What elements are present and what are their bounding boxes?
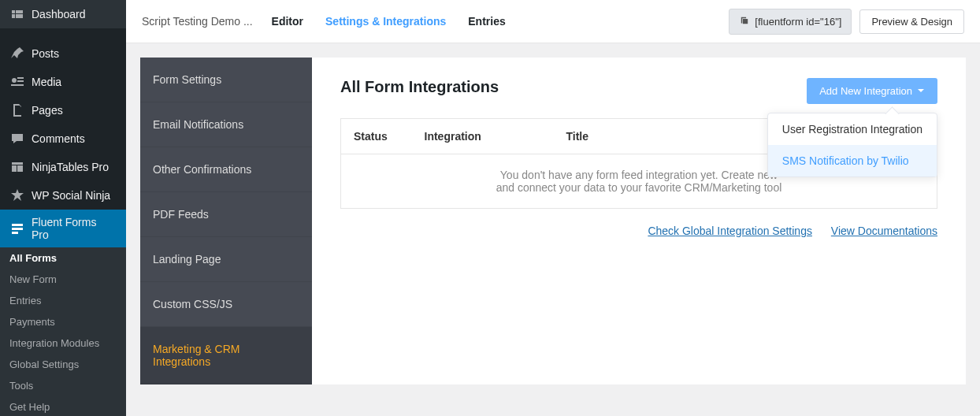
menu-media[interactable]: Media <box>0 68 126 96</box>
form-top-nav: Script Testing Demo ... Editor Settings … <box>126 0 980 43</box>
menu-label: Comments <box>32 132 85 145</box>
submenu-tools[interactable]: Tools <box>0 375 126 396</box>
preview-button[interactable]: Preview & Design <box>859 9 964 34</box>
menu-label: Posts <box>32 47 59 60</box>
menu-dashboard[interactable]: Dashboard <box>0 0 126 28</box>
col-integration: Integration <box>412 119 554 154</box>
menu-pages[interactable]: Pages <box>0 96 126 124</box>
integration-dropdown: User Registration Integration SMS Notifi… <box>767 113 937 177</box>
submenu-all-forms[interactable]: All Forms <box>0 247 126 269</box>
star-icon <box>9 188 25 203</box>
svg-rect-1 <box>12 224 23 226</box>
main-content-area: Script Testing Demo ... Editor Settings … <box>126 0 980 416</box>
settings-other-confirmations[interactable]: Other Confirmations <box>140 147 312 192</box>
link-global-settings[interactable]: Check Global Integration Settings <box>648 225 812 237</box>
shortcode-button[interactable]: [fluentform id="16"] <box>729 9 852 35</box>
submenu-integration-modules[interactable]: Integration Modules <box>0 332 126 354</box>
tab-editor[interactable]: Editor <box>272 15 303 28</box>
tab-settings[interactable]: Settings & Integrations <box>325 15 446 28</box>
menu-comments[interactable]: Comments <box>0 124 126 153</box>
add-integration-button[interactable]: Add New Integration <box>807 78 937 104</box>
form-name-label: Script Testing Demo ... <box>142 15 253 28</box>
help-links: Check Global Integration Settings View D… <box>340 225 937 237</box>
fluentforms-submenu: All Forms New Form Entries Payments Inte… <box>0 247 126 416</box>
svg-rect-2 <box>12 228 23 230</box>
menu-label: Fluent Forms Pro <box>32 216 117 241</box>
dropdown-user-registration[interactable]: User Registration Integration <box>768 113 937 145</box>
form-icon <box>9 221 25 236</box>
integrations-panel: All Form Integrations Add New Integratio… <box>312 58 966 384</box>
tab-entries[interactable]: Entries <box>468 15 505 28</box>
menu-label: Pages <box>32 104 63 117</box>
dropdown-sms-twilio[interactable]: SMS Notification by Twilio <box>768 145 937 176</box>
menu-fluentforms[interactable]: Fluent Forms Pro <box>0 210 126 247</box>
menu-label: Media <box>32 76 61 88</box>
shortcode-text: [fluentform id="16"] <box>755 16 841 28</box>
settings-landing-page[interactable]: Landing Page <box>140 237 312 282</box>
submenu-entries[interactable]: Entries <box>0 290 126 311</box>
submenu-get-help[interactable]: Get Help <box>0 396 126 416</box>
pin-icon <box>9 46 25 61</box>
menu-posts[interactable]: Posts <box>0 39 126 68</box>
link-documentations[interactable]: View Documentations <box>831 225 937 237</box>
wp-admin-sidebar: Dashboard Posts Media Pages Comments Nin… <box>0 0 126 416</box>
svg-rect-3 <box>12 232 18 234</box>
table-icon <box>9 159 25 175</box>
dashboard-icon <box>9 6 25 22</box>
submenu-global-settings[interactable]: Global Settings <box>0 354 126 375</box>
menu-wpsocial[interactable]: WP Social Ninja <box>0 181 126 210</box>
settings-sidebar: Form Settings Email Notifications Other … <box>140 58 312 384</box>
svg-point-0 <box>12 78 17 83</box>
settings-custom-css[interactable]: Custom CSS/JS <box>140 282 312 327</box>
col-status: Status <box>341 119 412 154</box>
empty-message-line2: and connect your data to your favorite C… <box>354 181 924 194</box>
menu-label: WP Social Ninja <box>32 189 110 202</box>
add-integration-label: Add New Integration <box>819 85 912 97</box>
settings-pdf-feeds[interactable]: PDF Feeds <box>140 192 312 237</box>
menu-label: Dashboard <box>32 8 86 20</box>
chevron-down-icon <box>917 85 925 97</box>
settings-form-settings[interactable]: Form Settings <box>140 58 312 102</box>
comment-icon <box>9 131 25 147</box>
menu-ninjatables[interactable]: NinjaTables Pro <box>0 153 126 181</box>
settings-marketing-crm[interactable]: Marketing & CRM Integrations <box>140 327 312 384</box>
pages-icon <box>9 102 25 118</box>
menu-label: NinjaTables Pro <box>32 161 109 173</box>
copy-icon <box>739 15 750 28</box>
submenu-new-form[interactable]: New Form <box>0 269 126 290</box>
submenu-payments[interactable]: Payments <box>0 311 126 332</box>
media-icon <box>9 74 25 90</box>
settings-email-notifications[interactable]: Email Notifications <box>140 102 312 147</box>
